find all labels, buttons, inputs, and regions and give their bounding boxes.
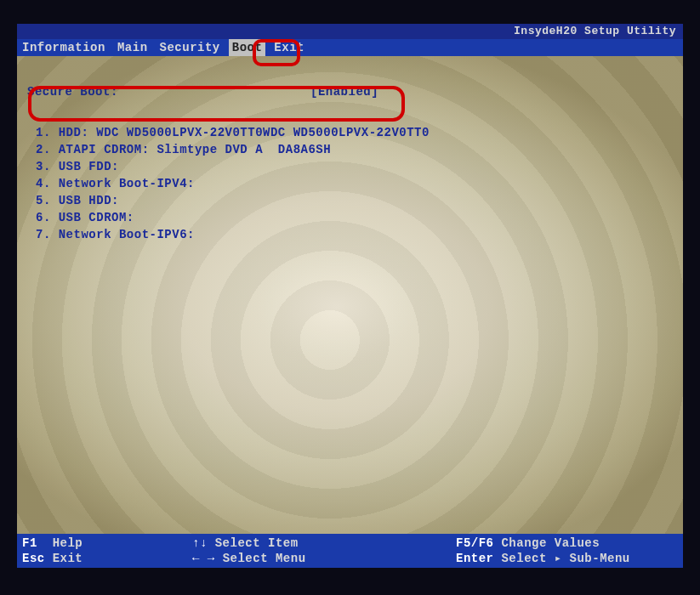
boot-item-5[interactable]: 5. USB HDD: [36, 192, 674, 209]
f5f6-key: F5/F6 [456, 536, 494, 550]
boot-item-3[interactable]: 3. USB FDD: [36, 158, 674, 175]
menu-item-boot[interactable]: Boot [229, 39, 266, 56]
utility-title: InsydeH20 Setup Utility [514, 25, 676, 37]
f5f6-label: Change Values [501, 536, 600, 550]
enter-label: Select ▸ Sub-Menu [501, 552, 629, 565]
f1-label: Help [53, 536, 83, 550]
bios-screen: InsydeH20 Setup Utility Information Main… [17, 24, 683, 568]
f1-key: F1 [22, 536, 37, 550]
esc-key: Esc [22, 552, 45, 565]
boot-item-7[interactable]: 7. Network Boot-IPV6: [36, 226, 674, 243]
menu-item-exit[interactable]: Exit [270, 39, 308, 56]
menu-item-main[interactable]: Main [114, 39, 151, 56]
secure-boot-label: Secure Boot: [26, 85, 310, 99]
esc-label: Exit [53, 552, 83, 565]
menu-item-security[interactable]: Security [157, 39, 224, 56]
leftright-label: Select Menu [223, 552, 306, 565]
boot-item-1[interactable]: 1. HDD: WDC WD5000LPVX-22V0TT0WDC WD5000… [36, 124, 674, 141]
secure-boot-row[interactable]: Secure Boot: [Enabled] [26, 83, 674, 100]
help-footer: F1 Help ↑↓ Select Item F5/F6 Change Valu… [17, 534, 683, 568]
monitor-frame: InsydeH20 Setup Utility Information Main… [0, 0, 700, 595]
utility-title-bar: InsydeH20 Setup Utility [17, 24, 683, 39]
menu-bar[interactable]: Information Main Security Boot Exit [17, 39, 683, 56]
updown-label: Select Item [215, 536, 299, 550]
boot-item-2[interactable]: 2. ATAPI CDROM: Slimtype DVD A DA8A6SH [36, 141, 674, 158]
boot-priority-list[interactable]: 1. HDD: WDC WD5000LPVX-22V0TT0WDC WD5000… [26, 124, 674, 243]
boot-item-4[interactable]: 4. Network Boot-IPV4: [36, 175, 674, 192]
menu-item-information[interactable]: Information [19, 39, 109, 56]
boot-item-6[interactable]: 6. USB CDROM: [36, 209, 674, 226]
updown-key: ↑↓ [192, 536, 208, 550]
secure-boot-value[interactable]: [Enabled] [310, 85, 378, 99]
leftright-key: ← → [192, 552, 215, 565]
boot-tab-content: Secure Boot: [Enabled] Boot priority ord… [17, 56, 683, 252]
enter-key: Enter [456, 552, 494, 565]
